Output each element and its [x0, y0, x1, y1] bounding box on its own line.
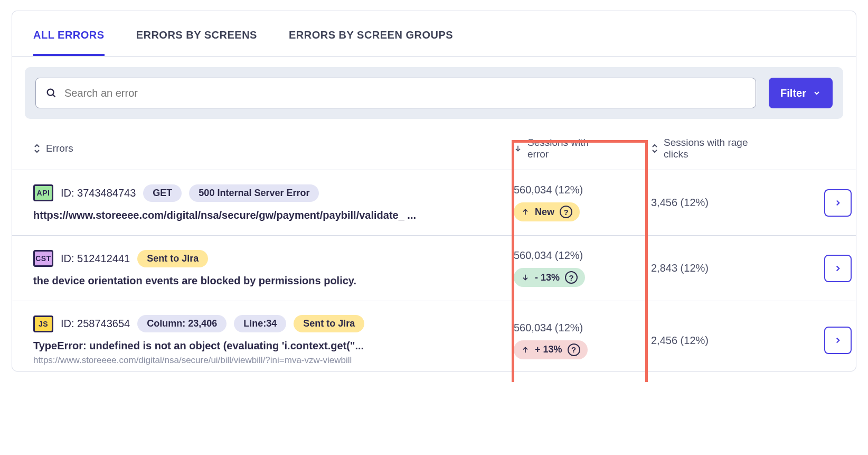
- th-sessions-rage[interactable]: Sessions with rage clicks: [651, 137, 788, 160]
- action-cell: [788, 189, 852, 217]
- trend-text: New: [535, 207, 554, 218]
- chevron-down-icon: [813, 89, 821, 97]
- sort-both-icon: [651, 143, 658, 154]
- table-header: Errors Sessions with error Sessions with…: [12, 132, 856, 170]
- error-pill: 500 Internal Server Error: [189, 184, 319, 202]
- filter-button[interactable]: Filter: [769, 78, 833, 108]
- svg-line-1: [53, 95, 55, 97]
- sessions-value: 560,034 (12%): [514, 184, 651, 196]
- tab-errors-by-screens[interactable]: ERRORS BY SCREENS: [136, 29, 257, 56]
- trend-badge: New?: [514, 202, 580, 221]
- rage-clicks-cell: 3,456 (12%): [651, 197, 788, 209]
- table-row: JSID: 258743654Column: 23,406Line:34Sent…: [12, 301, 856, 371]
- error-pill: GET: [143, 184, 182, 202]
- error-id: ID: 258743654: [61, 318, 130, 330]
- errors-panel: ALL ERRORS ERRORS BY SCREENS ERRORS BY S…: [12, 11, 856, 372]
- help-icon[interactable]: ?: [560, 206, 572, 218]
- sessions-with-error-cell: 560,034 (12%)- 13%?: [514, 249, 651, 287]
- th-sessions-with-error[interactable]: Sessions with error: [514, 137, 651, 160]
- filter-label: Filter: [780, 87, 806, 99]
- th-sessions-label: Sessions with error: [527, 137, 607, 160]
- sort-desc-icon: [514, 144, 522, 153]
- sort-both-icon: [33, 143, 41, 154]
- search-input-wrap[interactable]: [35, 78, 756, 108]
- table-row: CSTID: 512412441Sent to Jirathe device o…: [12, 236, 856, 301]
- open-error-button[interactable]: [824, 255, 852, 282]
- action-cell: [788, 327, 852, 354]
- error-cell: APIID: 3743484743GET500 Internal Server …: [33, 184, 514, 221]
- sessions-with-error-cell: 560,034 (12%)+ 13%?: [514, 322, 651, 359]
- th-errors-label: Errors: [46, 143, 73, 154]
- error-id: ID: 512412441: [61, 253, 130, 265]
- error-pill: Sent to Jira: [137, 250, 208, 267]
- sessions-with-error-cell: 560,034 (12%)New?: [514, 184, 651, 221]
- error-pill: Column: 23,406: [137, 315, 227, 332]
- api-badge-icon: API: [33, 184, 53, 201]
- open-error-button[interactable]: [824, 327, 852, 354]
- error-id: ID: 3743484743: [61, 187, 136, 199]
- tab-all-errors[interactable]: ALL ERRORS: [33, 29, 105, 56]
- error-pill: Sent to Jira: [294, 315, 364, 332]
- error-title: TypeError: undefined is not an object (e…: [33, 340, 514, 352]
- cst-badge-icon: CST: [33, 250, 53, 267]
- svg-point-0: [48, 89, 54, 96]
- tab-errors-by-screen-groups[interactable]: ERRORS BY SCREEN GROUPS: [289, 29, 453, 56]
- search-filter-bar: Filter: [25, 67, 843, 119]
- trend-badge: - 13%?: [514, 268, 585, 287]
- error-cell: CSTID: 512412441Sent to Jirathe device o…: [33, 250, 514, 287]
- table-row: APIID: 3743484743GET500 Internal Server …: [12, 170, 856, 236]
- chevron-right-icon: [833, 336, 843, 345]
- th-errors[interactable]: Errors: [33, 143, 514, 154]
- help-icon[interactable]: ?: [568, 343, 580, 356]
- chevron-right-icon: [833, 264, 843, 273]
- sessions-value: 560,034 (12%): [514, 322, 651, 334]
- help-icon[interactable]: ?: [565, 271, 578, 284]
- js-badge-icon: JS: [33, 315, 53, 332]
- table-body: APIID: 3743484743GET500 Internal Server …: [12, 170, 856, 371]
- error-cell: JSID: 258743654Column: 23,406Line:34Sent…: [33, 315, 514, 366]
- error-subtitle: https://www.storeeee.com/digital/nsa/sec…: [33, 355, 514, 366]
- chevron-right-icon: [833, 198, 843, 208]
- th-rage-label: Sessions with rage clicks: [664, 137, 748, 160]
- rage-clicks-cell: 2,456 (12%): [651, 335, 788, 347]
- error-id-line: CSTID: 512412441Sent to Jira: [33, 250, 514, 267]
- trend-text: - 13%: [535, 272, 560, 283]
- sessions-value: 560,034 (12%): [514, 249, 651, 262]
- error-pill: Line:34: [234, 315, 286, 332]
- open-error-button[interactable]: [824, 189, 852, 217]
- arrow-down-icon: [521, 273, 530, 282]
- error-id-line: APIID: 3743484743GET500 Internal Server …: [33, 184, 514, 202]
- search-input[interactable]: [64, 87, 746, 99]
- arrow-up-icon: [521, 346, 530, 354]
- error-title: the device orientation events are blocke…: [33, 275, 514, 287]
- trend-badge: + 13%?: [514, 340, 588, 359]
- error-title: https://www.storeeee.com/digital/nsa/sec…: [33, 209, 514, 221]
- arrow-up-icon: [521, 208, 530, 216]
- action-cell: [788, 255, 852, 282]
- rage-clicks-cell: 2,843 (12%): [651, 262, 788, 274]
- trend-text: + 13%: [535, 344, 562, 355]
- error-id-line: JSID: 258743654Column: 23,406Line:34Sent…: [33, 315, 514, 332]
- search-icon: [45, 87, 57, 99]
- tabs: ALL ERRORS ERRORS BY SCREENS ERRORS BY S…: [12, 11, 856, 57]
